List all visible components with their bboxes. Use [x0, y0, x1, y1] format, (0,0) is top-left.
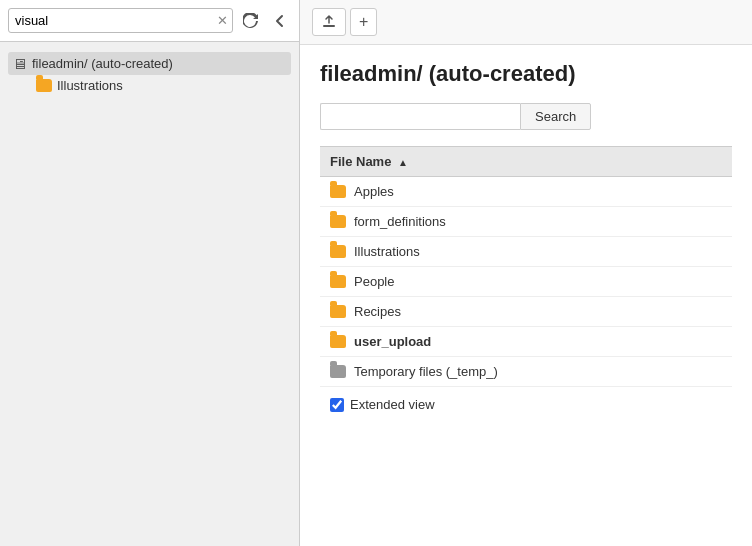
filename-people: People: [354, 274, 394, 289]
sidebar-item-illustrations[interactable]: Illustrations: [32, 75, 291, 96]
sidebar-search-input[interactable]: [8, 8, 233, 33]
file-row-recipes: Recipes: [330, 304, 722, 319]
computer-icon: 🖥: [12, 55, 27, 72]
sort-asc-icon: ▲: [398, 157, 408, 168]
sidebar-tree: 🖥 fileadmin/ (auto-created) Illustration…: [0, 42, 299, 546]
folder-icon-form-definitions: [330, 215, 346, 228]
sidebar-item-fileadmin-label: fileadmin/ (auto-created): [32, 56, 173, 71]
file-row-user-upload: user_upload: [330, 334, 722, 349]
folder-icon-recipes: [330, 305, 346, 318]
table-row[interactable]: Apples: [320, 177, 732, 207]
file-row-illustrations: Illustrations: [330, 244, 722, 259]
search-bar: Search: [320, 103, 732, 130]
table-row[interactable]: Illustrations: [320, 237, 732, 267]
folder-icon-people: [330, 275, 346, 288]
filename-apples: Apples: [354, 184, 394, 199]
sidebar-search-bar: ✕: [0, 0, 299, 42]
search-input-wrapper: ✕: [8, 8, 233, 33]
sidebar-tree-children: Illustrations: [8, 75, 291, 96]
back-button[interactable]: [269, 12, 291, 30]
filename-recipes: Recipes: [354, 304, 401, 319]
page-title: fileadmin/ (auto-created): [320, 61, 732, 87]
clear-search-icon[interactable]: ✕: [217, 13, 228, 28]
table-row[interactable]: Temporary files (_temp_): [320, 357, 732, 387]
svg-rect-0: [323, 25, 335, 27]
table-row[interactable]: form_definitions: [320, 207, 732, 237]
file-table: File Name ▲ Apples: [320, 146, 732, 387]
add-button[interactable]: +: [350, 8, 377, 36]
sidebar: ✕ 🖥 fileadmin/ (auto-created) Illustrati…: [0, 0, 300, 546]
main-panel: + fileadmin/ (auto-created) Search File …: [300, 0, 752, 546]
sidebar-item-illustrations-label: Illustrations: [57, 78, 123, 93]
column-filename-label: File Name: [330, 154, 391, 169]
column-filename[interactable]: File Name ▲: [320, 147, 732, 177]
folder-icon-user-upload: [330, 335, 346, 348]
file-row-people: People: [330, 274, 722, 289]
file-row-form-definitions: form_definitions: [330, 214, 722, 229]
sidebar-item-fileadmin[interactable]: 🖥 fileadmin/ (auto-created): [8, 52, 291, 75]
table-row[interactable]: People: [320, 267, 732, 297]
plus-icon: +: [359, 14, 368, 30]
toolbar: +: [300, 0, 752, 45]
folder-icon-illustrations: [330, 245, 346, 258]
folder-icon-apples: [330, 185, 346, 198]
main-content: fileadmin/ (auto-created) Search File Na…: [300, 45, 752, 546]
folder-yellow-icon: [36, 79, 52, 92]
extended-view-label[interactable]: Extended view: [350, 397, 435, 412]
filename-form-definitions: form_definitions: [354, 214, 446, 229]
file-row-temp: Temporary files (_temp_): [330, 364, 722, 379]
extended-view-row: Extended view: [320, 387, 732, 422]
refresh-button[interactable]: [239, 11, 263, 31]
filename-illustrations: Illustrations: [354, 244, 420, 259]
filename-temp: Temporary files (_temp_): [354, 364, 498, 379]
search-button-label: Search: [535, 109, 576, 124]
table-row[interactable]: Recipes: [320, 297, 732, 327]
upload-button[interactable]: [312, 8, 346, 36]
folder-icon-temp: [330, 365, 346, 378]
table-row[interactable]: user_upload: [320, 327, 732, 357]
search-button[interactable]: Search: [520, 103, 591, 130]
file-search-input[interactable]: [320, 103, 520, 130]
file-row-apples: Apples: [330, 184, 722, 199]
filename-user-upload: user_upload: [354, 334, 431, 349]
extended-view-checkbox[interactable]: [330, 398, 344, 412]
